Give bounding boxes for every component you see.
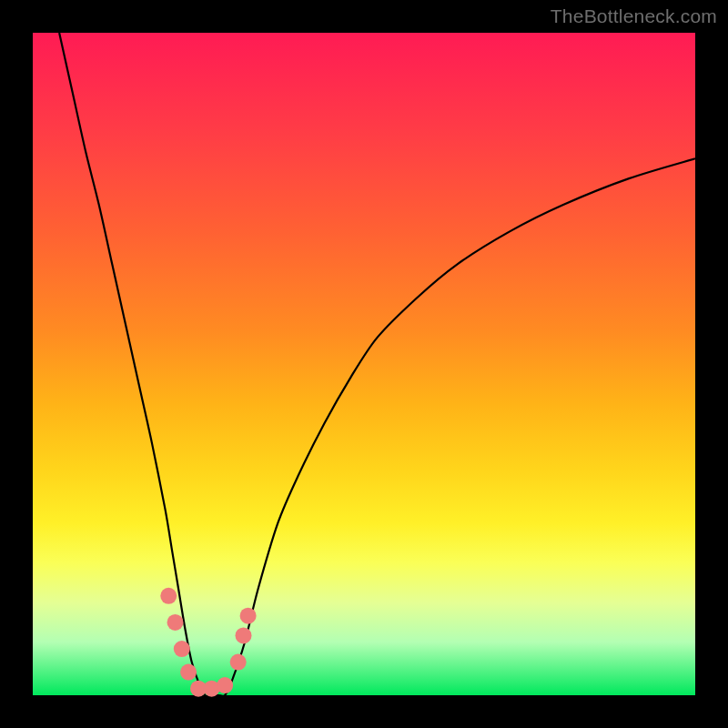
chart-container: TheBottleneck.com [0,0,728,728]
marker-point [160,588,177,604]
curve-svg [33,33,695,695]
marker-point [167,614,184,631]
marker-point [180,664,197,681]
marker-point [217,677,233,693]
watermark-label: TheBottleneck.com [551,5,717,27]
marker-point [230,654,247,671]
plot-area [33,33,695,695]
marker-point [240,608,257,624]
marker-point [174,641,190,657]
marker-group [160,588,256,697]
bottleneck-curve [59,33,695,696]
marker-point [236,627,252,643]
